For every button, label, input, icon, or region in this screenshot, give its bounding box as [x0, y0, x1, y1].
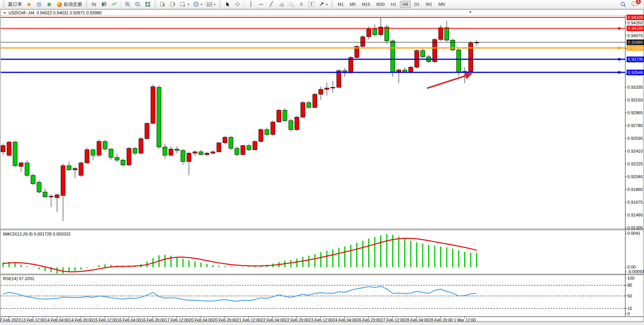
line-handle[interactable] [618, 27, 620, 29]
bull-candle [19, 163, 23, 167]
auto-trading-button[interactable]: 自动交易 [55, 0, 84, 9]
line-chart-type-button[interactable] [109, 0, 119, 9]
macd-axis-label: -0.000934 [627, 269, 644, 274]
candle-chart-type-button[interactable] [99, 0, 109, 9]
time-axis-label: 14 Feb 04:00 [45, 318, 69, 322]
bear-candle [265, 130, 269, 135]
new-order-label: 新订单 [8, 1, 22, 8]
timeframe-button-M15[interactable]: M15 [359, 1, 373, 8]
crosshair-tool-button[interactable] [233, 0, 242, 9]
price-tick-label: 0.93335 [627, 85, 643, 89]
notifications-button[interactable]: 1 [630, 0, 641, 9]
fibonacci-icon: F [288, 1, 294, 7]
macd-axis-label: 0.00 [627, 265, 635, 269]
price-tick-label: 0.92040 [627, 174, 643, 179]
new-chart-dropdown[interactable]: ▾ [178, 0, 191, 9]
timeframe-button-M5[interactable]: M5 [347, 1, 358, 8]
timeframe-button-H4[interactable]: H4 [400, 1, 411, 8]
bear-candle [373, 29, 377, 34]
collapse-chart-button[interactable]: ▼ [3, 11, 6, 15]
price-badge-label: 0.93980 [628, 40, 643, 45]
channel-tool[interactable]: E [277, 0, 286, 9]
signal-button[interactable]: ◉ [44, 0, 54, 9]
toolbar-grip [331, 1, 333, 7]
trendline-tool[interactable]: ╱ [266, 0, 276, 9]
terminal-button[interactable]: ▤ [34, 0, 44, 9]
timeframe-button-D1[interactable]: D1 [412, 1, 422, 8]
price-tick-label: 0.94260 [627, 21, 643, 25]
timeframe-button-M1[interactable]: M1 [335, 1, 346, 8]
zoom-in-button[interactable] [123, 0, 132, 9]
time-axis-label: 1 Mar 12:00 [454, 318, 475, 322]
chart-shift-button[interactable] [168, 0, 178, 9]
auto-scroll-button[interactable] [158, 0, 167, 9]
gold-bars-button[interactable]: ◆ [24, 0, 34, 9]
bear-candle [115, 157, 119, 160]
bear-candle [457, 50, 461, 72]
horizontal-line-tool[interactable]: ─ [256, 0, 266, 9]
bull-candle [277, 110, 281, 122]
caret-down-icon: ▾ [326, 3, 328, 6]
search-button[interactable] [618, 0, 628, 9]
timeframe-button-M30[interactable]: M30 [374, 1, 387, 8]
line-handle[interactable] [618, 58, 620, 60]
bear-candle [307, 103, 311, 108]
time-axis-label: 28 Feb 20:00 [429, 318, 453, 322]
bull-candle [241, 146, 245, 155]
time-axis-label: 28 Feb 04:00 [405, 318, 429, 322]
bear-candle [67, 166, 71, 170]
cursor-tool-button[interactable] [223, 0, 232, 9]
vertical-line-tool[interactable]: │ [246, 0, 256, 9]
bear-candle [181, 150, 185, 162]
signal-icon: ◉ [46, 1, 52, 7]
label-tool[interactable]: T [307, 0, 316, 9]
fibonacci-tool[interactable]: F [287, 0, 296, 9]
toolbar-right-group: 1 [618, 0, 642, 9]
bull-candle [313, 94, 317, 107]
templates-dropdown[interactable]: ▾ [205, 0, 217, 9]
timeframe-group: M1M5M15M30H1H4D1W1MN [335, 1, 448, 8]
bull-candle [253, 141, 257, 150]
horizontal-line-icon: ─ [258, 1, 264, 7]
arrows-dropdown[interactable]: ▾ [317, 0, 329, 9]
chart-canvas[interactable]: 0.942600.940750.938900.937050.935200.933… [0, 9, 644, 322]
arrow-annotation-head[interactable] [464, 72, 473, 79]
bear-candle [289, 120, 293, 129]
auto-trading-icon [56, 1, 62, 7]
timeframe-button-W1[interactable]: W1 [423, 1, 435, 8]
bar-chart-type-button[interactable] [89, 0, 99, 9]
caret-down-icon: ▾ [214, 3, 215, 6]
rsi-axis-label: 0 [627, 311, 630, 316]
bull-candle [145, 124, 149, 139]
price-badge-label: 0.93898 [628, 46, 643, 50]
bear-candle [247, 146, 251, 150]
timeframe-button-MN[interactable]: MN [436, 1, 448, 8]
tile-windows-button[interactable] [143, 0, 152, 9]
bear-candle [91, 150, 95, 155]
time-axis-label: 23 Feb 12:00 [309, 318, 333, 322]
price-tick-label: 0.92225 [627, 162, 643, 166]
time-axis-label: 15 Feb 12:00 [93, 318, 117, 322]
toolbar-grip [219, 1, 221, 7]
new-order-button[interactable]: 新订单 [7, 0, 24, 9]
line-handle[interactable] [618, 47, 620, 49]
bear-candle [229, 137, 233, 148]
price-tick-label: 0.91860 [627, 187, 643, 192]
bull-candle [85, 150, 89, 163]
periods-dropdown[interactable]: ▾ [191, 0, 204, 9]
auto-scroll-icon [160, 1, 166, 7]
text-tool[interactable]: A [297, 0, 306, 9]
time-axis-label: 16 Feb 20:00 [141, 318, 165, 322]
line-handle[interactable] [618, 71, 620, 74]
bear-candle [235, 148, 239, 155]
zoom-out-button[interactable] [133, 0, 142, 9]
zoom-out-icon [135, 1, 141, 7]
bear-candle [133, 148, 137, 153]
crosshair-icon [234, 1, 241, 7]
chart-shift-marker[interactable]: ▼ [469, 10, 472, 14]
clock-icon [193, 1, 199, 7]
timeframe-button-H1[interactable]: H1 [388, 1, 399, 8]
rsi-axis-label: 80 [627, 283, 632, 287]
time-axis-label: 26 Feb 23:00 [357, 318, 381, 322]
arrow-annotation[interactable] [427, 76, 465, 88]
